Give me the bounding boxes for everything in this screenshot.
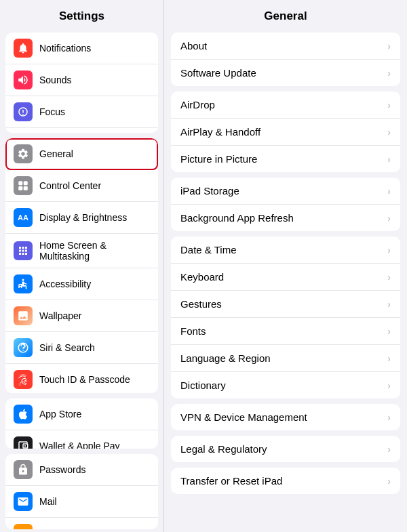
language-chevron: › bbox=[387, 353, 391, 364]
pictureinpicture-chevron: › bbox=[387, 154, 391, 165]
settings-row-datetime[interactable]: Date & Time › bbox=[171, 237, 400, 264]
sidebar-item-sounds[interactable]: Sounds bbox=[5, 64, 158, 96]
sidebar-item-focus[interactable]: Focus bbox=[5, 96, 158, 128]
general-icon bbox=[14, 144, 33, 163]
about-chevron: › bbox=[387, 41, 391, 52]
transfer-label: Transfer or Reset iPad bbox=[180, 475, 282, 487]
sidebar-title: Settings bbox=[0, 0, 163, 30]
mail-icon bbox=[14, 492, 33, 511]
accessibility-label: Accessibility bbox=[39, 279, 91, 289]
sidebar-group-preferences: General Control Center AA Display & Brig… bbox=[5, 138, 158, 393]
keyboard-chevron: › bbox=[387, 272, 391, 283]
settings-group-storage: iPad Storage › Background App Refresh › bbox=[171, 178, 400, 231]
contacts-icon bbox=[14, 524, 33, 529]
sidebar-item-mail[interactable]: Mail bbox=[5, 486, 158, 518]
svg-point-5 bbox=[24, 445, 26, 447]
settings-group-vpn: VPN & Device Management › bbox=[171, 404, 400, 430]
sidebar-item-screentime[interactable]: Screen Time bbox=[5, 128, 158, 133]
sidebar-item-notifications[interactable]: Notifications bbox=[5, 33, 158, 64]
legal-chevron: › bbox=[387, 444, 391, 455]
fonts-chevron: › bbox=[387, 326, 391, 337]
notifications-label: Notifications bbox=[39, 43, 91, 54]
language-label: Language & Region bbox=[180, 352, 271, 364]
contacts-label: Contacts bbox=[39, 528, 77, 529]
settings-row-gestures[interactable]: Gestures › bbox=[171, 291, 400, 318]
app-container: Settings Notifications Sounds Focus bbox=[0, 0, 407, 532]
sidebar-item-homescreen[interactable]: Home Screen & Multitasking bbox=[5, 234, 158, 268]
siri-label: Siri & Search bbox=[39, 342, 95, 353]
settings-row-transfer[interactable]: Transfer or Reset iPad › bbox=[171, 468, 400, 494]
about-label: About bbox=[180, 40, 207, 52]
passwords-label: Passwords bbox=[39, 464, 85, 475]
sidebar-item-wallet[interactable]: Wallet & Apple Pay bbox=[5, 430, 158, 449]
settings-row-airdrop[interactable]: AirDrop › bbox=[171, 91, 400, 119]
datetime-label: Date & Time bbox=[180, 244, 237, 255]
keyboard-label: Keyboard bbox=[180, 271, 224, 283]
gestures-label: Gestures bbox=[180, 298, 222, 310]
settings-row-language[interactable]: Language & Region › bbox=[171, 345, 400, 372]
settings-row-keyboard[interactable]: Keyboard › bbox=[171, 264, 400, 291]
sidebar-item-wallpaper[interactable]: Wallpaper bbox=[5, 300, 158, 332]
settings-group-locale: Date & Time › Keyboard › Gestures › Font… bbox=[171, 237, 400, 398]
svg-rect-2 bbox=[18, 186, 22, 190]
transfer-chevron: › bbox=[387, 476, 391, 487]
vpn-label: VPN & Device Management bbox=[180, 411, 307, 423]
settings-row-softwareupdate[interactable]: Software Update › bbox=[171, 60, 400, 86]
mail-label: Mail bbox=[39, 496, 57, 507]
sidebar-group-store: App Store Wallet & Apple Pay bbox=[5, 398, 158, 449]
settings-row-pictureinpicture[interactable]: Picture in Picture › bbox=[171, 146, 400, 172]
main-title: General bbox=[164, 0, 407, 30]
sidebar-item-general[interactable]: General bbox=[5, 138, 158, 170]
passwords-icon bbox=[14, 460, 33, 479]
sidebar-item-display[interactable]: AA Display & Brightness bbox=[5, 202, 158, 234]
backgroundapp-chevron: › bbox=[387, 213, 391, 224]
sidebar-item-controlcenter[interactable]: Control Center bbox=[5, 170, 158, 202]
svg-point-4 bbox=[22, 279, 24, 281]
sidebar-item-contacts[interactable]: Contacts bbox=[5, 518, 158, 529]
sidebar-item-touchid[interactable]: Touch ID & Passcode bbox=[5, 364, 158, 393]
airplay-chevron: › bbox=[387, 127, 391, 138]
settings-row-ipadstorage[interactable]: iPad Storage › bbox=[171, 178, 400, 205]
homescreen-label: Home Screen & Multitasking bbox=[39, 240, 150, 262]
airdrop-label: AirDrop bbox=[180, 99, 215, 110]
dictionary-label: Dictionary bbox=[180, 380, 226, 391]
settings-row-vpn[interactable]: VPN & Device Management › bbox=[171, 404, 400, 430]
display-icon: AA bbox=[14, 208, 33, 227]
svg-rect-1 bbox=[24, 182, 28, 186]
sidebar-item-accessibility[interactable]: Accessibility bbox=[5, 268, 158, 300]
focus-icon bbox=[14, 102, 33, 121]
settings-row-dictionary[interactable]: Dictionary › bbox=[171, 372, 400, 398]
backgroundapp-label: Background App Refresh bbox=[180, 212, 294, 224]
wallet-icon bbox=[14, 436, 33, 449]
display-label: Display & Brightness bbox=[39, 212, 127, 223]
sidebar-item-passwords[interactable]: Passwords bbox=[5, 454, 158, 486]
wallpaper-icon bbox=[14, 306, 33, 325]
notifications-icon bbox=[14, 39, 33, 58]
sidebar-item-appstore[interactable]: App Store bbox=[5, 398, 158, 430]
gestures-chevron: › bbox=[387, 299, 391, 310]
svg-rect-0 bbox=[18, 182, 22, 186]
sidebar-item-siri[interactable]: Siri & Search bbox=[5, 332, 158, 364]
settings-group-updates: About › Software Update › bbox=[171, 33, 400, 86]
settings-group-connectivity: AirDrop › AirPlay & Handoff › Picture in… bbox=[171, 91, 400, 172]
settings-row-backgroundapp[interactable]: Background App Refresh › bbox=[171, 205, 400, 231]
settings-row-about[interactable]: About › bbox=[171, 33, 400, 60]
dictionary-chevron: › bbox=[387, 380, 391, 391]
svg-rect-3 bbox=[24, 186, 28, 190]
wallpaper-label: Wallpaper bbox=[39, 310, 82, 321]
settings-row-legal[interactable]: Legal & Regulatory › bbox=[171, 436, 400, 462]
softwareupdate-chevron: › bbox=[387, 68, 391, 79]
accessibility-icon bbox=[14, 274, 33, 293]
settings-group-legal: Legal & Regulatory › bbox=[171, 436, 400, 462]
ipadstorage-label: iPad Storage bbox=[180, 185, 239, 197]
settings-row-fonts[interactable]: Fonts › bbox=[171, 318, 400, 345]
touchid-icon bbox=[14, 370, 33, 389]
sidebar-group-system: Notifications Sounds Focus Screen Time bbox=[5, 33, 158, 133]
settings-row-airplay[interactable]: AirPlay & Handoff › bbox=[171, 119, 400, 146]
focus-label: Focus bbox=[39, 106, 65, 117]
vpn-chevron: › bbox=[387, 412, 391, 423]
pictureinpicture-label: Picture in Picture bbox=[180, 153, 257, 165]
touchid-label: Touch ID & Passcode bbox=[39, 374, 130, 385]
appstore-icon bbox=[14, 405, 33, 424]
sounds-label: Sounds bbox=[39, 75, 71, 85]
